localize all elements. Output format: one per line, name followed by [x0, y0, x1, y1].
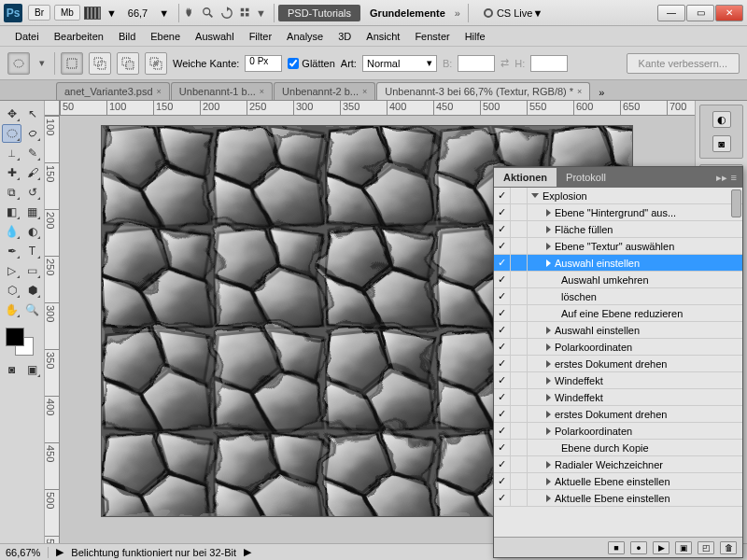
status-info-icon[interactable]: ▶ [56, 546, 63, 558]
close-tab-icon[interactable]: × [362, 87, 367, 96]
action-toggle-checkbox[interactable]: ✓ [494, 473, 511, 489]
screenmode-tool[interactable]: ▣ [22, 360, 42, 379]
dodge-tool[interactable]: ◐ [22, 222, 42, 241]
selection-intersect-icon[interactable] [145, 52, 167, 75]
action-row[interactable]: ✓Aktuelle Ebene einstellen [494, 473, 742, 490]
quickmask-tool[interactable]: ◙ [2, 360, 21, 379]
action-dialog-toggle[interactable] [511, 305, 528, 321]
workspace-more-icon[interactable]: » [451, 7, 464, 19]
move-tool[interactable]: ✥ [2, 105, 21, 123]
action-row[interactable]: ✓Polarkoordinaten [494, 339, 742, 356]
scrollbar-thumb[interactable] [731, 189, 741, 217]
menu-auswahl[interactable]: Auswahl [188, 28, 242, 45]
marquee-tool[interactable] [2, 124, 21, 143]
action-toggle-checkbox[interactable]: ✓ [494, 356, 511, 371]
status-zoom[interactable]: 66,67% [6, 547, 49, 558]
new-action-button[interactable]: ◰ [698, 541, 714, 554]
tab-protokoll[interactable]: Protokoll [557, 168, 615, 187]
action-toggle-checkbox[interactable]: ✓ [494, 305, 511, 321]
action-dialog-toggle[interactable] [511, 372, 528, 388]
action-row[interactable]: ✓Ebene "Hintergrund" aus... [494, 204, 742, 221]
action-dialog-toggle[interactable] [511, 423, 528, 439]
action-row[interactable]: ✓Aktuelle Ebene einstellen [494, 490, 742, 507]
action-dialog-toggle[interactable] [511, 406, 528, 422]
action-row[interactable]: ✓Fläche füllen [494, 221, 742, 238]
workspace-branded[interactable]: PSD-Tutorials [278, 5, 360, 21]
action-toggle-checkbox[interactable]: ✓ [494, 372, 511, 388]
document-tab-1[interactable]: Unbenannt-1 b...× [171, 82, 273, 100]
document-tab-2[interactable]: Unbenannt-2 b...× [274, 82, 375, 100]
minibridge-button[interactable]: Mb [54, 5, 80, 21]
pen-tool[interactable]: ✒ [2, 242, 21, 260]
close-tab-icon[interactable]: × [260, 87, 264, 96]
action-row[interactable]: ✓erstes Dokument drehen [494, 406, 742, 423]
type-tool[interactable]: T [22, 242, 42, 260]
gradient-tool[interactable]: ▦ [22, 203, 42, 221]
action-dialog-toggle[interactable] [511, 473, 528, 489]
action-toggle-checkbox[interactable]: ✓ [494, 322, 511, 338]
blur-tool[interactable]: 💧 [2, 222, 21, 241]
action-dialog-toggle[interactable] [511, 322, 528, 338]
action-dialog-toggle[interactable] [511, 238, 528, 254]
dock-camera-icon[interactable]: ◙ [712, 135, 731, 152]
document-tab-0[interactable]: anet_Variante3.psd× [56, 82, 170, 100]
action-toggle-checkbox[interactable]: ✓ [494, 389, 511, 405]
workspace-name[interactable]: Grundelemente [364, 7, 451, 19]
marquee-tool-icon[interactable] [7, 52, 30, 75]
action-toggle-checkbox[interactable]: ✓ [494, 221, 511, 237]
eraser-tool[interactable]: ◧ [2, 203, 21, 221]
action-dialog-toggle[interactable] [511, 456, 528, 472]
close-button[interactable]: ✕ [715, 5, 743, 21]
action-dialog-toggle[interactable] [511, 389, 528, 405]
ruler-origin[interactable] [45, 101, 60, 116]
ruler-horizontal[interactable]: 5010015020025030035040045050055060065070… [60, 101, 695, 116]
action-row[interactable]: ✓Auswahl umkehren [494, 272, 742, 288]
move-arrow-tool[interactable]: ↖ [22, 105, 42, 123]
action-dialog-toggle[interactable] [511, 255, 528, 271]
hand-tool[interactable]: ✋ [2, 301, 21, 319]
action-toggle-checkbox[interactable]: ✓ [494, 456, 511, 472]
action-row[interactable]: ✓erstes Dokument drehen [494, 356, 742, 372]
panel-collapse-icon[interactable]: ▸▸ [716, 172, 727, 184]
menu-bild[interactable]: Bild [111, 28, 143, 45]
selection-subtract-icon[interactable] [117, 52, 139, 75]
3d-tool[interactable]: ⬡ [2, 281, 21, 300]
close-tab-icon[interactable]: × [577, 87, 582, 96]
maximize-button[interactable]: ▭ [686, 5, 714, 21]
action-toggle-checkbox[interactable]: ✓ [494, 238, 511, 254]
brush-tool[interactable]: 🖌 [22, 163, 42, 182]
action-toggle-checkbox[interactable]: ✓ [494, 255, 511, 271]
zoom-tool[interactable]: 🔍 [22, 301, 42, 319]
action-toggle-checkbox[interactable]: ✓ [494, 339, 511, 355]
action-toggle-checkbox[interactable]: ✓ [494, 188, 511, 203]
action-toggle-checkbox[interactable]: ✓ [494, 490, 511, 506]
selection-new-icon[interactable] [61, 52, 83, 75]
hand-icon[interactable] [183, 7, 196, 20]
action-toggle-checkbox[interactable]: ✓ [494, 423, 511, 439]
stop-button[interactable]: ■ [608, 541, 625, 554]
healing-tool[interactable]: ✚ [2, 163, 21, 182]
action-toggle-checkbox[interactable]: ✓ [494, 288, 511, 304]
menu-bearbeiten[interactable]: Bearbeiten [47, 28, 111, 45]
status-chevron[interactable]: ▶ [244, 546, 251, 558]
lasso-tool[interactable] [22, 124, 42, 143]
action-toggle-checkbox[interactable]: ✓ [494, 406, 511, 422]
3d-camera-tool[interactable]: ⬢ [22, 281, 42, 300]
menu-hilfe[interactable]: Hilfe [458, 28, 493, 45]
action-row[interactable]: ✓Auf eine Ebene reduzieren [494, 305, 742, 322]
action-row[interactable]: ✓Windeffekt [494, 372, 742, 389]
action-row[interactable]: ✓Windeffekt [494, 389, 742, 406]
feather-input[interactable]: 0 Px [245, 55, 282, 72]
delete-button[interactable]: 🗑 [720, 541, 737, 554]
panel-menu-icon[interactable]: ≡ [731, 172, 737, 184]
action-dialog-toggle[interactable] [511, 339, 528, 355]
action-dialog-toggle[interactable] [511, 440, 528, 455]
menu-ansicht[interactable]: Ansicht [359, 28, 407, 45]
action-row[interactable]: ✓Auswahl einstellen [494, 255, 742, 272]
action-row[interactable]: ✓Auswahl einstellen [494, 322, 742, 339]
menu-3d[interactable]: 3D [331, 28, 359, 45]
eyedropper-tool[interactable]: ✎ [22, 144, 42, 162]
history-brush-tool[interactable]: ↺ [22, 183, 42, 202]
ruler-vertical[interactable]: 100150200250300350400450500550600650700 [45, 116, 60, 543]
action-row[interactable]: ✓löschen [494, 288, 742, 305]
